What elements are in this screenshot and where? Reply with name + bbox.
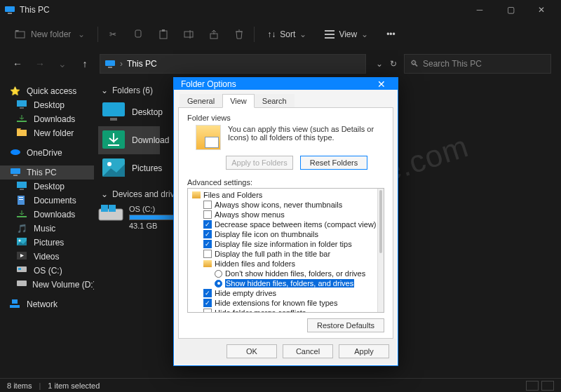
opt-always-menus[interactable]: Always show menus [188,210,377,219]
up-button[interactable]: ↑ [77,58,93,69]
view-button[interactable]: View ⌄ [320,27,372,42]
forward-button[interactable]: → [32,58,48,69]
svg-point-18 [11,149,20,155]
copy-icon[interactable] [132,28,144,41]
svg-rect-2 [15,32,25,38]
opt-show-hidden[interactable]: Show hidden files, folders, and drives [188,278,377,288]
svg-rect-44 [101,205,108,212]
sidebar-music[interactable]: 🎵Music [0,222,94,236]
cancel-button[interactable]: Cancel [283,344,333,358]
details-view-toggle[interactable] [526,381,539,391]
dialog-close-button[interactable]: ✕ [372,79,391,90]
svg-rect-20 [13,175,18,176]
opt-hide-merge[interactable]: Hide folder merge conflicts [188,308,377,313]
folder-tile-pictures[interactable]: Pictures [98,154,160,182]
svg-rect-26 [17,216,27,217]
delete-icon[interactable] [233,28,245,41]
reset-folders-button[interactable]: Reset Folders [300,156,367,170]
ok-button[interactable]: OK [227,344,277,358]
svg-rect-0 [5,6,15,12]
breadcrumb[interactable]: › This PC [100,54,366,74]
new-folder-button[interactable]: New folder ⌄ [10,25,89,43]
sidebar-os-c[interactable]: OS (C:) [0,264,94,278]
opt-display-file-size[interactable]: ✓Display file size information in folder… [188,239,377,249]
tab-view[interactable]: View [222,94,255,108]
close-button[interactable]: ✕ [526,0,557,20]
desktop-icon [17,182,28,191]
music-icon: 🎵 [17,224,28,234]
sidebar-downloads[interactable]: Downloads [0,112,94,126]
documents-icon [17,196,28,205]
recent-button[interactable]: ⌄ [55,58,70,69]
apply-button[interactable]: Apply [339,344,389,358]
svg-rect-19 [11,168,20,174]
sort-button[interactable]: ↑↓ Sort ⌄ [263,27,311,42]
downloads-icon [17,114,28,124]
dialog-tabs: General View Search [175,91,396,108]
sidebar-network[interactable]: Network [0,297,94,311]
opt-decrease-space[interactable]: ✓Decrease space between items (compact v… [188,219,377,229]
desktop-icon [101,101,126,123]
svg-point-28 [19,240,21,242]
drive-icon [17,280,27,290]
sidebar-onedrive[interactable]: OneDrive [0,146,94,160]
sidebar-documents[interactable]: Documents [0,194,94,208]
window-title: This PC [20,5,50,15]
pictures-icon [101,157,126,180]
tab-search[interactable]: Search [255,94,295,108]
paste-icon[interactable] [157,28,170,41]
sidebar-pictures[interactable]: Pictures [0,236,94,250]
view-icon [325,30,334,39]
dialog-titlebar[interactable]: Folder Options ✕ [174,78,398,90]
svg-rect-32 [18,268,21,270]
sidebar-new-volume[interactable]: New Volume (D:) [0,278,94,292]
search-input[interactable]: 🔍︎ Search This PC [404,54,551,74]
folder-tile-desktop[interactable]: Desktop [98,98,160,126]
opt-display-file-icon[interactable]: ✓Display file icon on thumbnails [188,229,377,239]
folder-tile-downloads[interactable]: Download [98,126,160,154]
tab-general[interactable]: General [180,94,222,108]
opt-dont-show-hidden[interactable]: Don't show hidden files, folders, or dri… [188,269,377,278]
svg-rect-6 [184,32,193,37]
sidebar-quick-access[interactable]: ⭐Quick access [0,84,94,98]
folder-icon [192,191,201,198]
share-icon[interactable] [208,28,220,41]
scrollbar[interactable] [377,189,384,312]
star-icon: ⭐ [10,86,21,96]
sidebar-desktop[interactable]: Desktop [0,98,94,112]
sidebar-videos[interactable]: Videos [0,250,94,264]
opt-always-icons[interactable]: Always show icons, never thumbnails [188,200,377,210]
opt-display-full-path[interactable]: Display the full path in the title bar [188,249,377,259]
thumbnails-view-toggle[interactable] [541,381,554,391]
svg-rect-5 [162,29,165,32]
apply-to-folders-button: Apply to Folders [226,156,293,170]
sidebar-desktop2[interactable]: Desktop [0,180,94,194]
sidebar-this-pc[interactable]: This PC [0,165,94,180]
advanced-settings-tree[interactable]: Files and Folders Always show icons, nev… [187,188,384,313]
sidebar-new-folder[interactable]: New folder [0,126,94,140]
rename-icon[interactable] [182,28,195,41]
restore-defaults-button[interactable]: Restore Defaults [307,318,384,332]
cut-icon[interactable]: ✂ [107,28,119,41]
opt-hide-empty[interactable]: ✓Hide empty drives [188,288,377,298]
svg-rect-13 [108,67,112,68]
maximize-button[interactable]: ▢ [495,0,526,20]
opt-hide-ext[interactable]: ✓Hide extensions for known file types [188,298,377,308]
dialog-title: Folder Options [181,79,236,89]
more-button[interactable]: ••• [382,27,400,42]
chevron-down-icon: ⌄ [101,86,108,95]
drive-icon [17,266,28,276]
refresh-icon[interactable]: ↻ [390,59,397,69]
folder-options-dialog: Folder Options ✕ General View Search Fol… [173,77,398,366]
minimize-button[interactable]: ─ [464,0,495,20]
view-label: View [339,29,357,39]
svg-rect-14 [17,100,27,107]
svg-rect-33 [17,281,27,286]
dropdown-chevron-icon[interactable]: ⌄ [376,59,383,69]
svg-rect-16 [17,121,27,122]
svg-rect-10 [325,34,334,35]
downloads-icon [17,210,28,219]
sidebar-downloads2[interactable]: Downloads [0,208,94,222]
breadcrumb-segment[interactable]: This PC [127,59,157,69]
back-button[interactable]: ← [10,58,25,69]
